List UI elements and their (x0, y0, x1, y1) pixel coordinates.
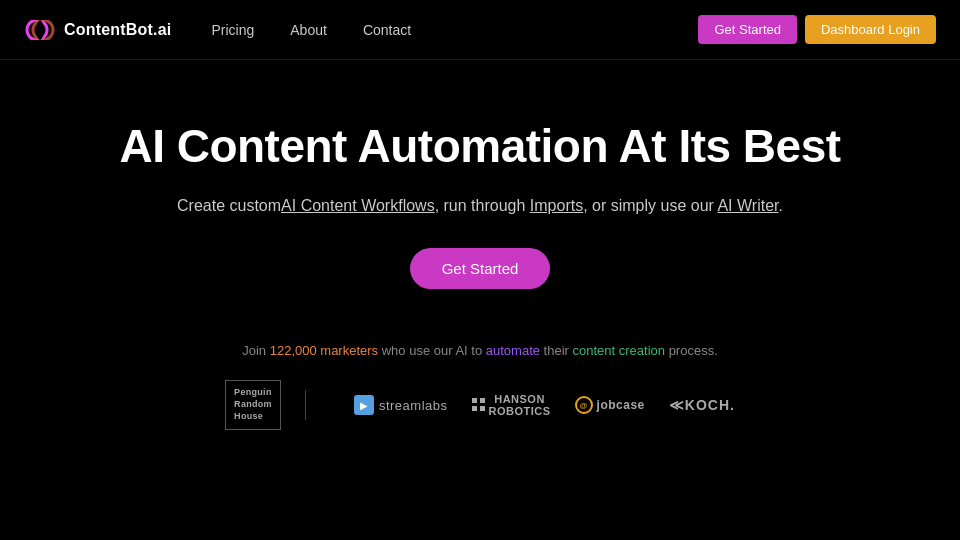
logo-penguin: Penguin Random House (225, 380, 281, 429)
nav-dashboard-button[interactable]: Dashboard Login (805, 15, 936, 44)
link-imports[interactable]: Imports (530, 197, 583, 214)
logo-icon (24, 20, 56, 40)
sp-prefix: Join (242, 343, 269, 358)
logo-divider-1 (305, 390, 330, 420)
social-proof-text: Join 122,000 marketers who use our AI to… (225, 343, 735, 358)
subtitle-mid2: , or simply use our (583, 197, 717, 214)
social-proof: Join 122,000 marketers who use our AI to… (225, 343, 735, 429)
navbar: ContentBot.ai Pricing About Contact Get … (0, 0, 960, 60)
link-workflows[interactable]: AI Content Workflows (281, 197, 435, 214)
link-writer[interactable]: AI Writer (717, 197, 778, 214)
hero-subtitle: Create customAI Content Workflows, run t… (177, 193, 783, 219)
svg-point-2 (37, 20, 44, 40)
nav-actions: Get Started Dashboard Login (698, 15, 936, 44)
hero-cta-button[interactable]: Get Started (410, 248, 551, 289)
logo-jobcase: @ jobcase (575, 396, 645, 414)
sp-suffix: process. (665, 343, 718, 358)
logo[interactable]: ContentBot.ai (24, 20, 171, 40)
hero-title: AI Content Automation At Its Best (119, 120, 840, 173)
nav-pricing[interactable]: Pricing (211, 22, 254, 38)
sp-content-creation: content creation (573, 343, 666, 358)
subtitle-mid: , run through (435, 197, 530, 214)
logo-hanson: HANSONROBOTICS (472, 393, 551, 417)
sp-mid2: their (540, 343, 573, 358)
logo-text: ContentBot.ai (64, 21, 171, 39)
nav-get-started-button[interactable]: Get Started (698, 15, 796, 44)
nav-about[interactable]: About (290, 22, 327, 38)
nav-links: Pricing About Contact (211, 22, 698, 38)
logo-koch: ≪KOCH. (669, 397, 735, 413)
sp-mid: who use our AI to (378, 343, 486, 358)
sp-count: 122,000 marketers (270, 343, 378, 358)
nav-contact[interactable]: Contact (363, 22, 411, 38)
logo-streamlabs: ▶ streamlabs (354, 395, 448, 415)
subtitle-suffix: . (778, 197, 782, 214)
streamlabs-icon: ▶ (354, 395, 374, 415)
hero-section: AI Content Automation At Its Best Create… (0, 60, 960, 430)
logos-row: Penguin Random House ▶ streamlabs (225, 380, 735, 429)
sp-automate: automate (486, 343, 540, 358)
subtitle-prefix: Create custom (177, 197, 281, 214)
